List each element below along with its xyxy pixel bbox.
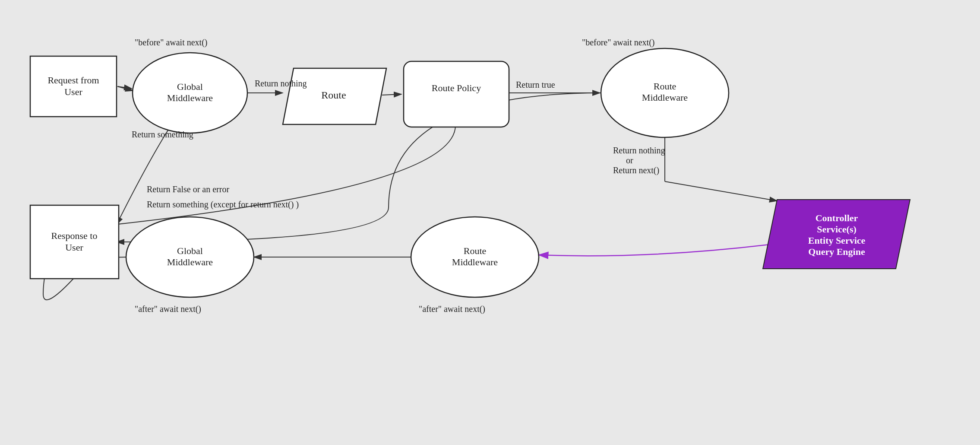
edge-label-return-nothing-next: Return nothing [613,146,665,156]
svg-text:Middleware: Middleware [167,257,213,267]
svg-text:Service(s): Service(s) [817,224,857,235]
svg-text:or: or [626,156,633,165]
annotation-after-right: "after" await next() [419,304,485,314]
response-user-label: Response to [51,230,98,241]
edge-label-return-false: Return False or an error [147,184,229,194]
edge-label-return-something-except: Return something (except for return next… [147,200,299,210]
global-middleware-bottom-label: Global [177,245,203,256]
edge-label-return-true: Return true [516,80,555,89]
route-label: Route [321,89,346,101]
global-middleware-top-label: Global [177,81,203,92]
request-user-label: Request from [47,75,99,86]
svg-text:Return next(): Return next() [613,165,659,175]
svg-text:Query Engine: Query Engine [808,246,865,257]
edge-label-return-something: Return something [132,130,193,140]
annotation-after-left: "after" await next() [135,304,201,314]
annotation-before-left: "before" await next() [135,38,207,48]
svg-line-8 [665,181,777,201]
annotation-before-right: "before" await next() [582,38,654,48]
svg-text:Middleware: Middleware [642,92,688,103]
svg-text:User: User [64,86,82,97]
route-policy-label: Route Policy [432,83,481,93]
svg-text:Middleware: Middleware [452,257,498,267]
svg-text:Entity Service: Entity Service [808,235,866,246]
svg-line-5 [382,94,401,95]
controller-label-1: Controller [816,213,858,223]
route-policy-node [404,61,509,127]
svg-text:Middleware: Middleware [167,92,213,103]
diagram-container: Request from User Global Middleware Rout… [0,0,980,445]
route-middleware-bottom-label: Route [464,245,487,256]
edge-label-return-nothing: Return nothing [255,79,307,89]
route-middleware-top-label: Route [654,81,677,92]
svg-text:User: User [65,242,83,253]
flow-diagram: Request from User Global Middleware Rout… [0,0,980,445]
